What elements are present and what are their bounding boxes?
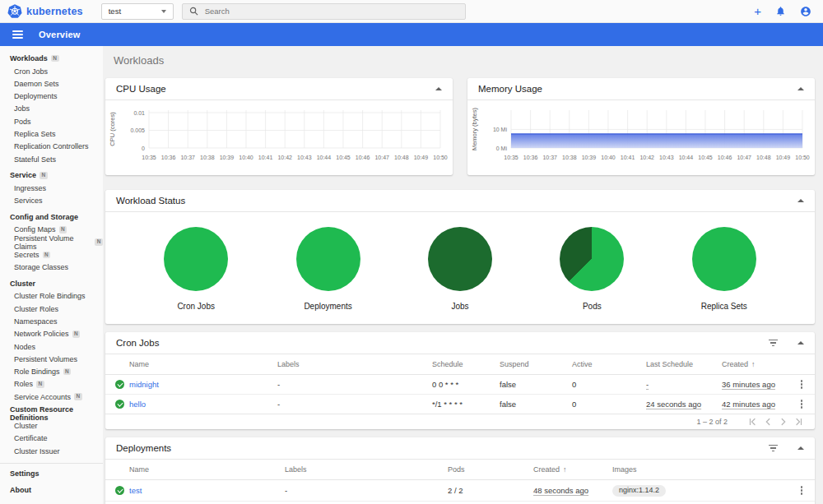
sidebar-item-namespaces[interactable]: Namespaces — [0, 315, 103, 327]
sidebar-item-cluster-role-bindings[interactable]: Cluster Role Bindings — [0, 290, 103, 303]
filter-icon[interactable] — [767, 443, 779, 453]
sidebar-section-config-and-storage[interactable]: Config and Storage — [0, 210, 103, 223]
svg-text:10 Mi: 10 Mi — [493, 127, 508, 132]
svg-text:10:44: 10:44 — [679, 155, 694, 160]
sidebar-item-role-bindings[interactable]: Role BindingsN — [0, 366, 103, 378]
sidebar-item-label: Daemon Sets — [14, 80, 59, 88]
pie-chart — [164, 227, 228, 291]
column-header-created[interactable]: Created↑ — [722, 360, 785, 368]
cronjob-name-link[interactable]: hello — [129, 400, 277, 409]
deployment-created: 48 seconds ago — [533, 486, 612, 495]
sidebar-item-replica-sets[interactable]: Replica Sets — [0, 127, 103, 140]
sidebar-item-network-policies[interactable]: Network PoliciesN — [0, 328, 103, 340]
collapse-icon[interactable] — [797, 199, 804, 202]
sidebar-item-label: Roles — [14, 380, 33, 388]
row-actions-menu[interactable] — [798, 483, 805, 497]
svg-text:10:44: 10:44 — [317, 155, 332, 160]
column-header-images[interactable]: Images — [612, 465, 785, 474]
sidebar-item-persistent-volumes[interactable]: Persistent Volumes — [0, 353, 103, 365]
filter-icon[interactable] — [767, 338, 779, 348]
sidebar-item-replication-controllers[interactable]: Replication Controllers — [0, 141, 103, 153]
sidebar-item-label: Pods — [14, 118, 31, 126]
sidebar-item-label: Namespaces — [14, 317, 58, 326]
sidebar-item-daemon-sets[interactable]: Daemon Sets — [0, 77, 103, 90]
sidebar-item-label: Cluster Issuer — [14, 447, 60, 455]
sidebar-section-label: Workloads — [10, 54, 48, 62]
column-header-name[interactable]: Name — [129, 360, 277, 368]
cronjob-name-link[interactable]: midnight — [129, 380, 277, 389]
cronjob-labels: - — [277, 400, 432, 409]
sidebar-section-custom-resource-definitions[interactable]: Custom Resource Definitions — [0, 407, 103, 419]
sidebar-section-workloads[interactable]: WorkloadsN — [0, 53, 103, 65]
column-header-labels[interactable]: Labels — [277, 360, 432, 368]
sidebar-item-label: Settings — [10, 469, 40, 478]
search-input[interactable] — [205, 7, 458, 16]
sidebar-item-pods[interactable]: Pods — [0, 115, 103, 127]
column-header-labels[interactable]: Labels — [285, 465, 448, 474]
last-page-button[interactable] — [795, 418, 803, 426]
sidebar-item-cluster-issuer[interactable]: Cluster Issuer — [0, 445, 103, 457]
menu-hamburger-icon[interactable] — [12, 30, 23, 39]
sidebar-item-label: Certificate — [14, 434, 48, 442]
column-header-suspend[interactable]: Suspend — [500, 360, 572, 368]
status-ok-icon — [115, 400, 124, 409]
table-row: test-2 / 248 seconds agonginx:1.14.2 — [105, 480, 815, 502]
sidebar-item-ingresses[interactable]: Ingresses — [0, 182, 103, 194]
sidebar-item-service-accounts[interactable]: Service AccountsN — [0, 391, 103, 403]
sidebar-item-settings[interactable]: Settings — [0, 468, 103, 480]
user-account-icon[interactable] — [800, 6, 811, 17]
next-page-button[interactable] — [779, 418, 788, 426]
row-actions-menu[interactable] — [798, 397, 805, 411]
workload-pie-deployments: Deployments — [283, 227, 374, 311]
row-actions-menu[interactable] — [798, 377, 805, 391]
column-header-created[interactable]: Created↑ — [533, 465, 612, 474]
svg-text:10:49: 10:49 — [776, 155, 791, 160]
sidebar-section-cluster[interactable]: Cluster — [0, 277, 103, 289]
svg-text:10:45: 10:45 — [336, 155, 351, 160]
sidebar-item-persistent-volume-claims[interactable]: Persistent Volume ClaimsN — [0, 236, 103, 248]
sidebar-item-cluster-roles[interactable]: Cluster Roles — [0, 303, 103, 315]
cronjob-created: 42 minutes ago — [722, 400, 785, 409]
first-page-button[interactable] — [748, 418, 756, 426]
previous-page-button[interactable] — [764, 418, 772, 426]
pie-chart — [692, 227, 756, 291]
sidebar-section-label: Config and Storage — [10, 213, 78, 221]
sidebar-item-cron-jobs[interactable]: Cron Jobs — [0, 65, 103, 77]
collapse-icon[interactable] — [797, 341, 804, 344]
collapse-icon[interactable] — [797, 446, 804, 450]
namespace-selector[interactable]: test — [101, 3, 174, 20]
column-header-pods[interactable]: Pods — [448, 465, 533, 474]
column-header-schedule[interactable]: Schedule — [432, 360, 500, 368]
column-header-active[interactable]: Active — [572, 360, 646, 368]
toolbar-title: Overview — [39, 30, 81, 39]
kubernetes-logo[interactable]: kubernetes — [7, 4, 83, 19]
svg-text:CPU (cores): CPU (cores) — [109, 112, 116, 146]
sidebar-item-roles[interactable]: RolesN — [0, 378, 103, 391]
sidebar-section-label: Cluster — [10, 280, 35, 288]
svg-text:10:47: 10:47 — [737, 155, 751, 160]
sidebar-item-deployments[interactable]: Deployments — [0, 90, 103, 102]
create-resource-button[interactable]: + — [754, 5, 761, 17]
collapse-icon[interactable] — [797, 87, 804, 90]
svg-text:10:43: 10:43 — [659, 155, 674, 160]
sidebar-divider — [0, 463, 103, 464]
workload-status-card: Workload Status Cron JobsDeploymentsJobs… — [105, 190, 815, 324]
sidebar-item-services[interactable]: Services — [0, 194, 103, 206]
column-header-name[interactable]: Name — [129, 465, 285, 474]
deployment-name-link[interactable]: test — [129, 486, 285, 495]
sidebar-item-certificate[interactable]: Certificate — [0, 432, 103, 445]
notifications-bell-icon[interactable] — [775, 6, 786, 16]
namespaced-badge: N — [72, 331, 81, 338]
sidebar-item-jobs[interactable]: Jobs — [0, 103, 103, 115]
sidebar-item-storage-classes[interactable]: Storage Classes — [0, 261, 103, 274]
column-header-last-schedule[interactable]: Last Schedule — [646, 360, 722, 368]
collapse-icon[interactable] — [435, 87, 442, 90]
sidebar-item-about[interactable]: About — [0, 484, 103, 497]
namespaced-badge: N — [74, 393, 82, 400]
sidebar-section-service[interactable]: ServiceN — [0, 169, 103, 182]
sidebar-item-nodes[interactable]: Nodes — [0, 340, 103, 353]
sidebar-item-stateful-sets[interactable]: Stateful Sets — [0, 153, 103, 165]
workload-pie-cron-jobs: Cron Jobs — [151, 227, 241, 311]
sidebar-item-label: Cluster — [14, 422, 38, 430]
svg-text:10:39: 10:39 — [220, 155, 235, 160]
